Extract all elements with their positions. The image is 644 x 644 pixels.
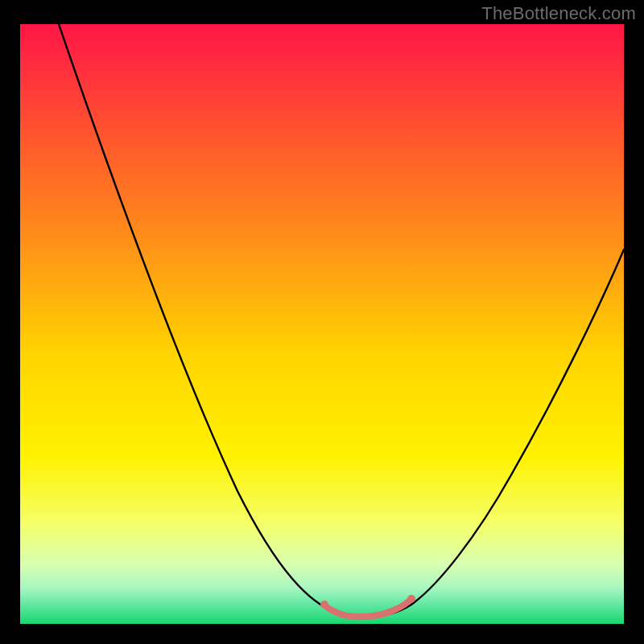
curve-path xyxy=(59,24,624,617)
valley-dot-left xyxy=(320,601,328,609)
watermark-text: TheBottleneck.com xyxy=(481,3,636,24)
plot-area xyxy=(20,24,624,624)
chart-frame: TheBottleneck.com xyxy=(0,0,644,644)
bottleneck-curve xyxy=(20,24,624,624)
valley-dot-right xyxy=(407,595,415,603)
valley-marker xyxy=(324,599,411,617)
